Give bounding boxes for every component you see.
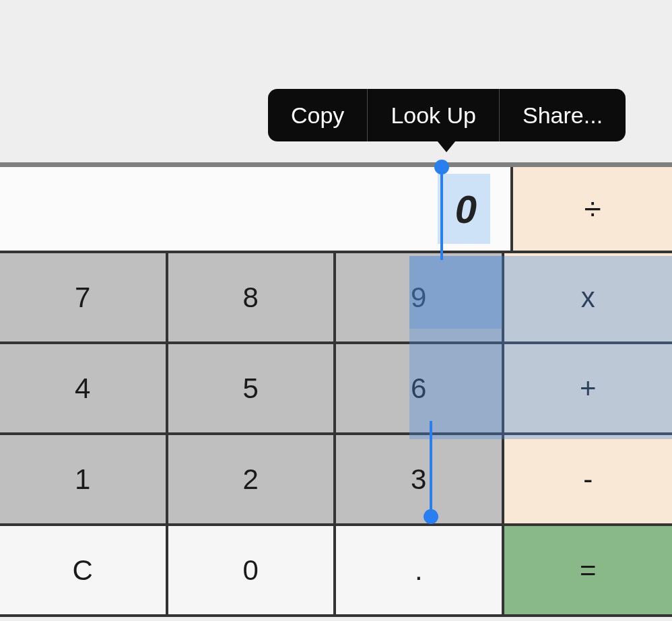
decimal-button[interactable]: . xyxy=(336,526,504,617)
multiply-button[interactable]: x xyxy=(504,253,673,344)
calculator-display[interactable]: 0 xyxy=(0,167,510,251)
key-9[interactable]: 9 xyxy=(336,253,504,344)
key-1[interactable]: 1 xyxy=(0,435,168,526)
plus-button[interactable]: + xyxy=(504,344,673,435)
context-menu-lookup[interactable]: Look Up xyxy=(368,89,500,141)
display-row: 0 ÷ xyxy=(0,167,672,253)
keypad: 7 8 9 x 4 5 6 + 1 2 3 - C 0 . = xyxy=(0,253,672,617)
minus-button[interactable]: - xyxy=(504,435,673,526)
key-2[interactable]: 2 xyxy=(168,435,337,526)
clear-button[interactable]: C xyxy=(0,526,168,617)
selection-handle-dot-top[interactable] xyxy=(434,160,449,174)
key-4[interactable]: 4 xyxy=(0,344,168,435)
key-7[interactable]: 7 xyxy=(0,253,168,344)
context-menu-share[interactable]: Share... xyxy=(500,89,626,141)
context-menu-copy[interactable]: Copy xyxy=(268,89,368,141)
key-8[interactable]: 8 xyxy=(168,253,337,344)
selection-handle-dot-bottom[interactable] xyxy=(424,509,438,524)
top-area xyxy=(0,0,672,167)
display-value: 0 xyxy=(455,187,477,232)
key-6[interactable]: 6 xyxy=(336,344,504,435)
divide-button[interactable]: ÷ xyxy=(510,167,672,251)
key-0[interactable]: 0 xyxy=(168,526,337,617)
equals-button[interactable]: = xyxy=(504,526,673,617)
key-5[interactable]: 5 xyxy=(168,344,337,435)
selection-handle-line-top[interactable] xyxy=(440,166,443,260)
context-menu-arrow-icon xyxy=(434,137,459,152)
key-3[interactable]: 3 xyxy=(336,435,504,526)
selection-handle-line-bottom[interactable] xyxy=(430,421,432,515)
context-menu: Copy Look Up Share... xyxy=(268,89,626,141)
